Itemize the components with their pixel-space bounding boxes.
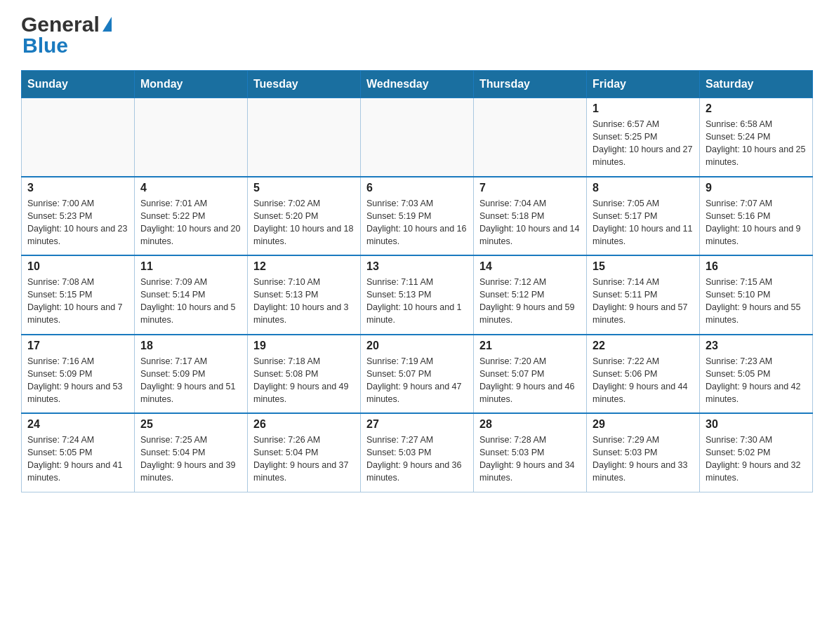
day-info: Sunrise: 7:25 AMSunset: 5:04 PMDaylight:…	[140, 434, 241, 485]
week-row-1: 1Sunrise: 6:57 AMSunset: 5:25 PMDaylight…	[22, 98, 813, 177]
calendar-cell: 8Sunrise: 7:05 AMSunset: 5:17 PMDaylight…	[587, 177, 700, 256]
day-number: 21	[479, 340, 581, 352]
calendar-cell: 20Sunrise: 7:19 AMSunset: 5:07 PMDayligh…	[361, 335, 474, 414]
day-number: 16	[706, 260, 807, 273]
calendar-cell: 10Sunrise: 7:08 AMSunset: 5:15 PMDayligh…	[22, 255, 135, 335]
day-info: Sunrise: 7:30 AMSunset: 5:02 PMDaylight:…	[706, 434, 807, 485]
day-info: Sunrise: 7:00 AMSunset: 5:23 PMDaylight:…	[27, 197, 128, 248]
weekday-header-sunday: Sunday	[22, 71, 135, 98]
day-info: Sunrise: 7:10 AMSunset: 5:13 PMDaylight:…	[253, 276, 355, 327]
day-info: Sunrise: 7:17 AMSunset: 5:09 PMDaylight:…	[140, 355, 241, 406]
day-info: Sunrise: 7:29 AMSunset: 5:03 PMDaylight:…	[593, 434, 694, 485]
calendar-cell: 21Sunrise: 7:20 AMSunset: 5:07 PMDayligh…	[474, 335, 587, 414]
week-row-3: 10Sunrise: 7:08 AMSunset: 5:15 PMDayligh…	[22, 255, 813, 335]
day-info: Sunrise: 7:26 AMSunset: 5:04 PMDaylight:…	[253, 434, 355, 485]
day-info: Sunrise: 7:24 AMSunset: 5:05 PMDaylight:…	[27, 434, 128, 485]
day-info: Sunrise: 7:20 AMSunset: 5:07 PMDaylight:…	[479, 355, 581, 406]
calendar-cell: 22Sunrise: 7:22 AMSunset: 5:06 PMDayligh…	[587, 335, 700, 414]
calendar-cell: 1Sunrise: 6:57 AMSunset: 5:25 PMDaylight…	[587, 98, 700, 177]
day-info: Sunrise: 7:03 AMSunset: 5:19 PMDaylight:…	[366, 197, 468, 248]
weekday-header-row: SundayMondayTuesdayWednesdayThursdayFrid…	[22, 71, 813, 98]
calendar-cell: 30Sunrise: 7:30 AMSunset: 5:02 PMDayligh…	[700, 413, 813, 492]
day-info: Sunrise: 7:15 AMSunset: 5:10 PMDaylight:…	[706, 276, 807, 327]
day-info: Sunrise: 6:57 AMSunset: 5:25 PMDaylight:…	[593, 118, 694, 169]
calendar-cell: 17Sunrise: 7:16 AMSunset: 5:09 PMDayligh…	[22, 335, 135, 414]
weekday-header-saturday: Saturday	[700, 71, 813, 98]
calendar-cell	[474, 98, 587, 177]
day-info: Sunrise: 7:02 AMSunset: 5:20 PMDaylight:…	[253, 197, 355, 248]
day-number: 12	[253, 260, 355, 273]
day-number: 6	[366, 182, 468, 194]
day-number: 30	[706, 418, 807, 431]
logo-triangle-icon	[102, 17, 112, 32]
week-row-2: 3Sunrise: 7:00 AMSunset: 5:23 PMDaylight…	[22, 177, 813, 256]
calendar-cell: 2Sunrise: 6:58 AMSunset: 5:24 PMDaylight…	[700, 98, 813, 177]
calendar-cell: 6Sunrise: 7:03 AMSunset: 5:19 PMDaylight…	[361, 177, 474, 256]
calendar-cell	[135, 98, 248, 177]
calendar-cell: 4Sunrise: 7:01 AMSunset: 5:22 PMDaylight…	[135, 177, 248, 256]
calendar-cell: 3Sunrise: 7:00 AMSunset: 5:23 PMDaylight…	[22, 177, 135, 256]
day-number: 29	[593, 418, 694, 431]
day-number: 17	[27, 340, 128, 352]
calendar-cell: 19Sunrise: 7:18 AMSunset: 5:08 PMDayligh…	[248, 335, 361, 414]
day-info: Sunrise: 7:16 AMSunset: 5:09 PMDaylight:…	[27, 355, 128, 406]
day-number: 9	[706, 182, 807, 194]
logo: General Blue	[21, 14, 112, 56]
calendar-cell	[22, 98, 135, 177]
day-number: 22	[593, 340, 694, 352]
weekday-header-thursday: Thursday	[474, 71, 587, 98]
weekday-header-wednesday: Wednesday	[361, 71, 474, 98]
day-number: 4	[140, 182, 241, 194]
weekday-header-monday: Monday	[135, 71, 248, 98]
logo-blue-word: Blue	[22, 35, 68, 56]
day-info: Sunrise: 7:08 AMSunset: 5:15 PMDaylight:…	[27, 276, 128, 327]
calendar-cell: 29Sunrise: 7:29 AMSunset: 5:03 PMDayligh…	[587, 413, 700, 492]
calendar-cell: 26Sunrise: 7:26 AMSunset: 5:04 PMDayligh…	[248, 413, 361, 492]
day-number: 19	[253, 340, 355, 352]
week-row-4: 17Sunrise: 7:16 AMSunset: 5:09 PMDayligh…	[22, 335, 813, 414]
day-number: 25	[140, 418, 241, 431]
day-number: 5	[253, 182, 355, 194]
calendar-cell: 25Sunrise: 7:25 AMSunset: 5:04 PMDayligh…	[135, 413, 248, 492]
calendar-cell: 14Sunrise: 7:12 AMSunset: 5:12 PMDayligh…	[474, 255, 587, 335]
calendar-table: SundayMondayTuesdayWednesdayThursdayFrid…	[21, 70, 813, 492]
calendar-cell: 7Sunrise: 7:04 AMSunset: 5:18 PMDaylight…	[474, 177, 587, 256]
day-number: 26	[253, 418, 355, 431]
calendar-cell: 15Sunrise: 7:14 AMSunset: 5:11 PMDayligh…	[587, 255, 700, 335]
calendar-cell	[248, 98, 361, 177]
day-number: 2	[706, 102, 807, 115]
day-info: Sunrise: 7:19 AMSunset: 5:07 PMDaylight:…	[366, 355, 468, 406]
calendar-cell	[361, 98, 474, 177]
day-number: 7	[479, 182, 581, 194]
day-number: 14	[479, 260, 581, 273]
day-number: 1	[593, 102, 694, 115]
calendar-cell: 28Sunrise: 7:28 AMSunset: 5:03 PMDayligh…	[474, 413, 587, 492]
calendar-cell: 27Sunrise: 7:27 AMSunset: 5:03 PMDayligh…	[361, 413, 474, 492]
day-number: 20	[366, 340, 468, 352]
day-number: 3	[27, 182, 128, 194]
day-info: Sunrise: 7:14 AMSunset: 5:11 PMDaylight:…	[593, 276, 694, 327]
day-info: Sunrise: 7:04 AMSunset: 5:18 PMDaylight:…	[479, 197, 581, 248]
day-number: 23	[706, 340, 807, 352]
calendar-cell: 23Sunrise: 7:23 AMSunset: 5:05 PMDayligh…	[700, 335, 813, 414]
day-info: Sunrise: 7:23 AMSunset: 5:05 PMDaylight:…	[706, 355, 807, 406]
weekday-header-friday: Friday	[587, 71, 700, 98]
calendar-cell: 5Sunrise: 7:02 AMSunset: 5:20 PMDaylight…	[248, 177, 361, 256]
day-info: Sunrise: 7:09 AMSunset: 5:14 PMDaylight:…	[140, 276, 241, 327]
calendar-cell: 16Sunrise: 7:15 AMSunset: 5:10 PMDayligh…	[700, 255, 813, 335]
calendar-cell: 18Sunrise: 7:17 AMSunset: 5:09 PMDayligh…	[135, 335, 248, 414]
calendar-cell: 24Sunrise: 7:24 AMSunset: 5:05 PMDayligh…	[22, 413, 135, 492]
calendar-cell: 13Sunrise: 7:11 AMSunset: 5:13 PMDayligh…	[361, 255, 474, 335]
calendar-cell: 12Sunrise: 7:10 AMSunset: 5:13 PMDayligh…	[248, 255, 361, 335]
day-number: 8	[593, 182, 694, 194]
day-number: 24	[27, 418, 128, 431]
page-header: General Blue	[21, 14, 813, 56]
day-info: Sunrise: 7:11 AMSunset: 5:13 PMDaylight:…	[366, 276, 468, 327]
day-number: 11	[140, 260, 241, 273]
day-number: 13	[366, 260, 468, 273]
week-row-5: 24Sunrise: 7:24 AMSunset: 5:05 PMDayligh…	[22, 413, 813, 492]
day-number: 27	[366, 418, 468, 431]
day-number: 10	[27, 260, 128, 273]
day-info: Sunrise: 6:58 AMSunset: 5:24 PMDaylight:…	[706, 118, 807, 169]
day-info: Sunrise: 7:28 AMSunset: 5:03 PMDaylight:…	[479, 434, 581, 485]
